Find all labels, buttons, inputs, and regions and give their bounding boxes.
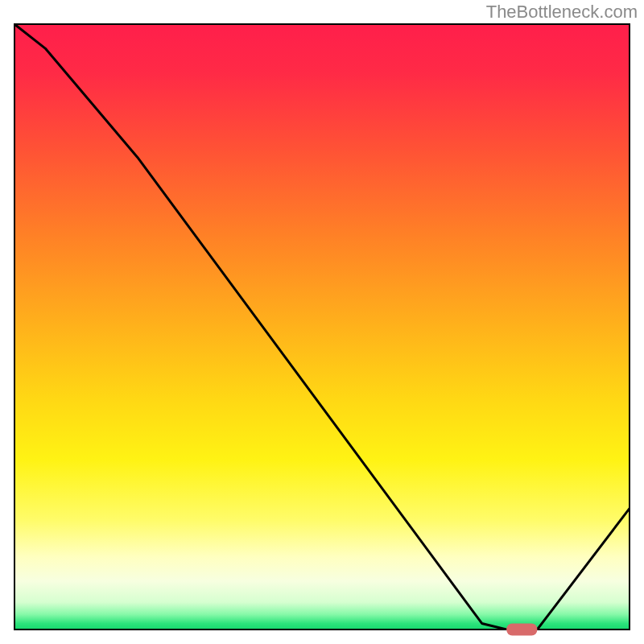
gradient-background bbox=[14, 24, 630, 630]
optimal-marker bbox=[506, 624, 537, 636]
bottleneck-chart bbox=[0, 0, 644, 644]
plot-area bbox=[14, 24, 630, 636]
chart-container: TheBottleneck.com bbox=[0, 0, 644, 644]
